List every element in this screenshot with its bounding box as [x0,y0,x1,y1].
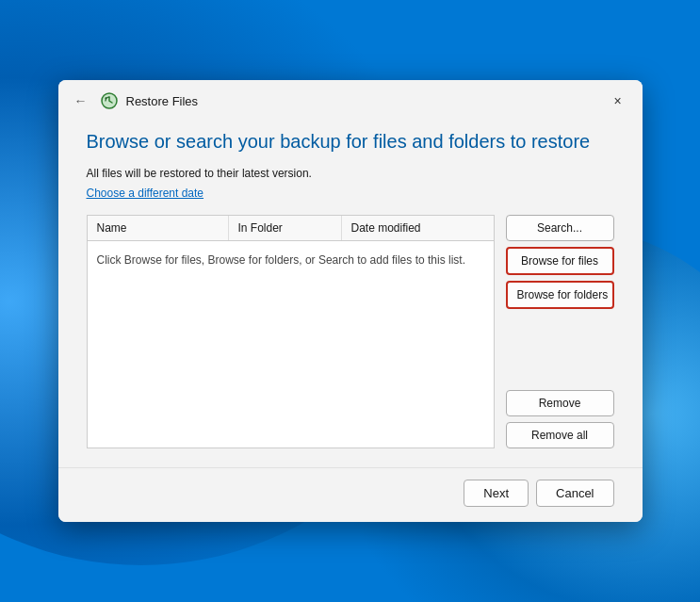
choose-date-link[interactable]: Choose a different date [87,187,204,200]
file-table: Name In Folder Date modified Click Brows… [87,215,495,448]
backup-icon-svg [100,91,119,110]
buttons-panel: Search... Browse for files Browse for fo… [506,215,614,448]
title-bar-left: ← Restore Files [70,89,199,112]
search-button[interactable]: Search... [506,215,614,241]
page-heading: Browse or search your backup for files a… [87,129,614,154]
back-button[interactable]: ← [70,89,92,112]
browse-folders-button[interactable]: Browse for folders [506,281,614,309]
window-icon [100,91,119,110]
empty-message: Click Browse for files, Browse for folde… [97,253,465,267]
close-icon: × [613,93,621,108]
table-body: Click Browse for files, Browse for folde… [88,241,494,430]
dialog-footer: Next Cancel [58,467,643,522]
back-icon: ← [74,93,88,108]
title-bar: ← Restore Files × [58,80,643,120]
main-area: Name In Folder Date modified Click Brows… [87,215,614,448]
col-header-folder: In Folder [229,216,342,240]
remove-all-button[interactable]: Remove all [506,422,614,448]
dialog-content: Browse or search your backup for files a… [58,120,643,467]
cancel-button[interactable]: Cancel [536,480,613,507]
close-button[interactable]: × [605,88,631,114]
restore-files-dialog: ← Restore Files × Browse or search your … [58,80,643,522]
browse-files-button[interactable]: Browse for files [506,247,614,275]
info-text: All files will be restored to their late… [87,167,614,180]
col-header-name: Name [88,216,229,240]
col-header-date: Date modified [342,216,494,240]
remove-button[interactable]: Remove [506,390,614,416]
table-header: Name In Folder Date modified [88,216,494,241]
next-button[interactable]: Next [464,480,529,507]
dialog-title: Restore Files [126,94,199,108]
